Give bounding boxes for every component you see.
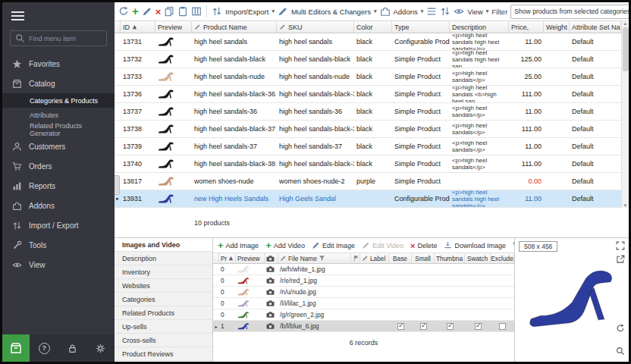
cell-exclude[interactable] (491, 309, 514, 320)
col-file-name[interactable]: File Name (278, 253, 351, 263)
row-expander[interactable] (115, 51, 121, 67)
sidebar-search[interactable] (10, 30, 107, 46)
tab-websites[interactable]: Websites (115, 279, 212, 293)
copy-icon[interactable] (164, 6, 174, 17)
view-menu[interactable]: View▾ (454, 6, 488, 17)
edit-image-button[interactable]: Edit Image (312, 241, 355, 249)
cell-exclude[interactable] (491, 264, 514, 275)
open-external-icon[interactable] (616, 255, 625, 264)
cell-base[interactable] (389, 287, 412, 297)
image-row[interactable]: 0 /w/h/white_1.jpg (213, 264, 514, 275)
cell-base[interactable] (389, 275, 412, 286)
sidebar-item-catalog[interactable]: Catalog (2, 74, 115, 93)
tab-inventory[interactable]: Inventory (115, 265, 212, 279)
col-swatch[interactable]: Swatch (465, 253, 491, 263)
sidebar-item-orders[interactable]: Orders (2, 156, 115, 176)
cell-exclude[interactable] (491, 298, 514, 309)
cell-small[interactable] (412, 298, 435, 309)
store-button[interactable] (2, 334, 30, 362)
tab-cross-sells[interactable]: Cross-sells (115, 334, 212, 347)
menu-search-input[interactable] (29, 35, 102, 42)
product-row[interactable]: 13731 high heel sandals high heel sandal… (115, 33, 621, 51)
row-expander[interactable] (115, 103, 121, 120)
cell-swatch[interactable] (465, 298, 491, 309)
col-description[interactable]: Description (450, 21, 509, 33)
sidebar-subitem-categories-products[interactable]: Categories & Products (2, 93, 115, 108)
delete-image-button[interactable]: ×Delete (410, 241, 437, 250)
delete-product-icon[interactable]: × (155, 6, 162, 17)
image-row[interactable]: 0 /l/i/lilac_1.jpg (213, 298, 514, 309)
cell-swatch[interactable] (465, 309, 491, 320)
multi-editors-menu[interactable]: Multi Editors & Changers▾ (278, 6, 377, 17)
tab-related-products[interactable]: Related Products (115, 306, 212, 320)
col-type[interactable]: Type (392, 21, 450, 33)
cell-small[interactable] (412, 275, 435, 286)
product-row[interactable]: 13732 high heel sandals-black high heel … (115, 51, 621, 68)
cell-swatch[interactable] (465, 275, 491, 286)
category-filter-select[interactable]: Show products from selected categories▾ (510, 5, 629, 19)
col-small[interactable]: Small (412, 253, 435, 263)
product-row[interactable]: 13817 women shoes-nude women shoes-nude-… (115, 173, 621, 190)
base-checkbox[interactable] (397, 323, 404, 330)
cell-thumbnail[interactable] (435, 287, 465, 297)
col-base[interactable]: Base (389, 253, 412, 263)
sidebar-splitter-handle[interactable] (115, 175, 120, 195)
fullscreen-icon[interactable] (616, 241, 625, 250)
scroll-down-icon[interactable]: ▼ (623, 203, 628, 208)
col-price[interactable]: Price, (509, 21, 544, 33)
exclude-checkbox[interactable] (499, 323, 506, 330)
product-row[interactable]: ▸ 13931 new High Heels Sandals High Geel… (115, 190, 621, 208)
cell-base[interactable] (389, 298, 412, 309)
tab-categories[interactable]: Categories (115, 293, 212, 306)
row-expander[interactable] (115, 33, 121, 50)
sidebar-item-favorites[interactable]: Favorites (2, 54, 115, 74)
cell-small[interactable] (412, 309, 435, 320)
swatch-checkbox[interactable] (475, 323, 482, 330)
download-image-button[interactable]: Download Image (444, 241, 506, 249)
sidebar-subitem-attributes[interactable]: Attributes (2, 108, 115, 122)
col-product-name[interactable]: Product Name (192, 21, 277, 33)
image-row[interactable]: 0 /n/u/nude.jpg (213, 287, 514, 298)
sidebar-item-tools[interactable]: Tools (2, 235, 115, 255)
sort-order-icon[interactable] (440, 6, 450, 17)
refresh-preview-icon[interactable] (616, 324, 625, 333)
add-product-icon[interactable]: + (132, 6, 139, 17)
cell-swatch[interactable] (465, 264, 491, 275)
cell-thumbnail[interactable] (435, 264, 465, 275)
scroll-up-icon[interactable]: ▲ (623, 21, 628, 26)
cell-small[interactable] (412, 287, 435, 297)
row-expander[interactable] (115, 121, 121, 137)
add-image-button[interactable]: +Add Image (218, 241, 259, 249)
product-row[interactable]: 13733 high heel sandals-nude high heel s… (115, 68, 621, 86)
cell-swatch[interactable] (465, 287, 491, 297)
image-row[interactable]: ▸ 1 /b/l/blue_6.jpg (213, 321, 514, 332)
tab-description[interactable]: Description (115, 252, 212, 265)
col-weight[interactable]: Weight (544, 21, 570, 33)
row-expander[interactable] (115, 155, 121, 172)
col-color[interactable]: Color (354, 21, 392, 33)
refresh-icon[interactable] (118, 6, 129, 17)
col-exclude[interactable]: Exclude (491, 253, 514, 263)
col-sku[interactable]: SKU (277, 21, 354, 33)
row-expander[interactable] (115, 68, 121, 85)
cell-exclude[interactable] (491, 287, 514, 297)
product-row[interactable]: 13738 high heel sandals-black-37 high he… (115, 121, 621, 138)
product-row[interactable]: 13740 high heel sandals-black-38 high he… (115, 155, 621, 173)
edit-product-icon[interactable] (142, 6, 152, 17)
help-icon[interactable]: ? (39, 343, 50, 354)
zoom-icon[interactable] (616, 347, 625, 356)
col-attribute-set[interactable]: Attribute Set Name (570, 21, 621, 33)
lock-icon[interactable] (67, 344, 77, 353)
col-preview[interactable]: Preview (155, 21, 192, 33)
sidebar-item-view[interactable]: View (2, 255, 115, 275)
product-row[interactable]: 13737 high heel sandals-36 high heel san… (115, 103, 621, 121)
import-export-menu[interactable]: Import/Export▾ (212, 6, 275, 17)
set-resize-rule-button[interactable]: Set Resize Rule (513, 241, 514, 249)
vertical-scrollbar[interactable]: ▲ ▼ (621, 21, 629, 208)
tab-images-and-video[interactable]: Images and Video (115, 238, 212, 252)
cell-exclude[interactable] (491, 321, 514, 331)
cell-small[interactable] (412, 264, 435, 275)
image-row[interactable]: 0 /g/r/green_2.jpg (213, 309, 514, 321)
row-expander[interactable] (115, 86, 121, 102)
thumbnail-checkbox[interactable] (447, 323, 454, 330)
